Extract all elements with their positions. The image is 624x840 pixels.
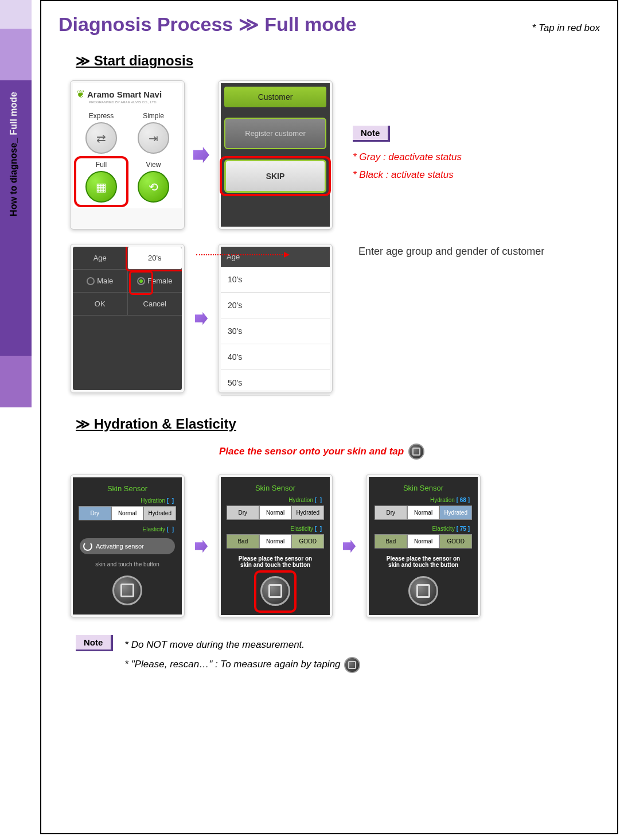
dotted-arrow-icon [196, 254, 285, 255]
skip-button[interactable]: SKIP [224, 160, 326, 193]
elasticity-normal: Normal [407, 534, 440, 549]
screenshot-sensor-activating: Skin Sensor Hydration [ ] Dry Normal Hyd… [70, 475, 185, 617]
elasticity-good: GOOD [439, 534, 472, 549]
leaf-icon: ❦ [76, 88, 85, 100]
arrow-icon [195, 539, 208, 552]
note-label: Note [353, 126, 390, 142]
activating-sensor-status: Activating sensor [80, 538, 175, 554]
sensor-title: Skin Sensor [76, 481, 178, 496]
hydration-dry: Dry [227, 505, 259, 520]
register-customer-button[interactable]: Register customer [224, 118, 326, 149]
sensor-icon [344, 657, 360, 673]
enter-age-instruction: Enter age group and gender of customer [358, 244, 544, 259]
hydration-dry: Dry [79, 506, 111, 520]
mode-express[interactable]: Express⇄ [76, 110, 126, 156]
page-content: Diagnosis Process ≫ Full mode * Tap in r… [40, 0, 618, 834]
sensor-button[interactable] [112, 575, 142, 605]
customer-header: Customer [224, 87, 326, 107]
hydration-label: Hydration [ 68 ] [372, 496, 474, 504]
elasticity-bad: Bad [227, 534, 259, 549]
arrow-icon [195, 312, 208, 325]
screenshot-age-gender: Age 20's Male Female OK Cancel [70, 244, 185, 393]
cancel-button[interactable]: Cancel [128, 293, 182, 315]
mode-full[interactable]: Full▦ [76, 158, 126, 205]
app-subtitle: PROGRAMMED BY ARAMHUVIS CO., LTD. [89, 100, 178, 104]
age-option[interactable]: 20's [221, 293, 330, 318]
tap-hint: * Tap in red box [532, 22, 600, 34]
elasticity-label: Elasticity [ ] [224, 524, 326, 533]
arrow-icon [343, 539, 356, 552]
screenshot-age-list: Age 10's 20's 30's 40's 50's [218, 244, 333, 393]
mode-simple[interactable]: Simple⇥ [128, 110, 178, 156]
sidebar-tab-active[interactable]: How to diagnose_ Full mode [0, 80, 32, 356]
gender-female[interactable]: Female [128, 270, 182, 292]
sensor-button[interactable] [408, 576, 438, 606]
sensor-msg: skin and touch the button [76, 559, 178, 570]
elasticity-good: GOOD [291, 534, 324, 549]
sidebar-block-2 [0, 29, 32, 80]
age-option[interactable]: 10's [221, 267, 330, 293]
sensor-msg: Please place the sensor onskin and touch… [372, 553, 474, 570]
hydration-label: Hydration [ ] [76, 496, 178, 505]
sensor-msg: Please place the sensor onskin and touch… [224, 553, 326, 570]
screenshot-sensor-result: Skin Sensor Hydration [ 68 ] Dry Normal … [366, 474, 481, 618]
hydration-hydrated: Hydrated [291, 505, 324, 520]
sidebar-block-1 [0, 0, 32, 29]
mode-view[interactable]: View⟲ [128, 158, 178, 205]
elasticity-label: Elasticity [ ] [76, 525, 178, 534]
age-list-header: Age [221, 247, 330, 267]
age-option[interactable]: 30's [221, 318, 330, 344]
hydration-normal: Normal [407, 505, 440, 520]
bottom-note-text: * Do NOT move during the measurement. * … [124, 635, 360, 674]
age-option[interactable]: 40's [221, 344, 330, 370]
elasticity-label: Elasticity [ 75 ] [372, 524, 474, 533]
sidebar: How to diagnose_ Full mode [0, 0, 32, 840]
section-hydration: ≫ Hydration & Elasticity [76, 416, 600, 432]
place-sensor-instruction: Place the sensor onto your skin and tap [219, 444, 600, 460]
sensor-button[interactable] [260, 576, 290, 606]
hydration-hydrated: Hydrated [143, 506, 176, 520]
screenshot-customer: Customer Register customer SKIP [218, 80, 333, 230]
arrow-icon [193, 147, 209, 163]
sidebar-label: How to diagnose_ Full mode [9, 92, 19, 216]
sensor-title: Skin Sensor [372, 480, 474, 496]
page-title: Diagnosis Process ≫ Full mode [58, 13, 357, 36]
gender-male[interactable]: Male [73, 270, 128, 292]
ok-button[interactable]: OK [73, 293, 128, 315]
age-option[interactable]: 50's [221, 370, 330, 396]
sensor-title: Skin Sensor [224, 480, 326, 496]
screenshot-sensor-ready: Skin Sensor Hydration [ ] Dry Normal Hyd… [218, 474, 333, 618]
sensor-icon [408, 444, 424, 460]
section-start-diagnosis: ≫ Start diagnosis [76, 53, 600, 69]
app-title: Aramo Smart Navi [87, 90, 162, 99]
age-label: Age [73, 247, 128, 269]
note-label: Note [76, 635, 113, 651]
elasticity-bad: Bad [375, 534, 407, 549]
hydration-normal: Normal [259, 505, 292, 520]
sidebar-block-4 [0, 356, 32, 407]
note-text: * Gray : deactivate status * Black : act… [353, 149, 462, 184]
hydration-normal: Normal [111, 506, 144, 520]
age-value-button[interactable]: 20's [128, 247, 182, 269]
hydration-hydrated: Hydrated [439, 505, 472, 520]
elasticity-normal: Normal [259, 534, 292, 549]
screenshot-home: ❦ Aramo Smart Navi PROGRAMMED BY ARAMHUV… [70, 80, 185, 230]
hydration-label: Hydration [ ] [224, 496, 326, 504]
hydration-dry: Dry [375, 505, 407, 520]
